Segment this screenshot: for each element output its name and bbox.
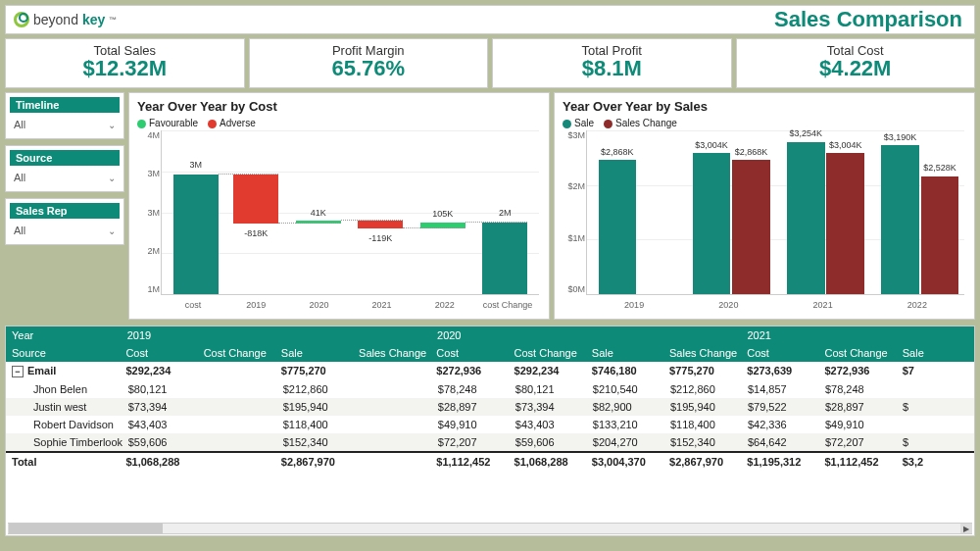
xtick: 2021 bbox=[776, 301, 870, 310]
bar-label: $3,254K bbox=[790, 128, 823, 138]
cell: $28,897 bbox=[432, 398, 510, 416]
table-row[interactable]: Justin west$73,394$195,940$28,897$73,394… bbox=[6, 398, 974, 416]
row-name: Jhon Belen bbox=[6, 380, 122, 398]
dropdown-value: All bbox=[14, 172, 25, 183]
cell: $2,867,970 bbox=[663, 453, 741, 471]
ytick: 4M bbox=[138, 130, 160, 140]
xtick: 2022 bbox=[870, 301, 964, 310]
y-axis-ticks: $3M $2M $1M $0M bbox=[564, 130, 585, 294]
cell: $152,340 bbox=[277, 433, 355, 451]
chevron-down-icon: ⌄ bbox=[108, 173, 116, 183]
cell: $64,642 bbox=[742, 433, 819, 451]
xtick: 2019 bbox=[587, 301, 681, 310]
col-header[interactable]: Sale bbox=[897, 344, 974, 362]
dropdown-value: All bbox=[14, 225, 25, 236]
matrix-header-cols: Source Cost Cost Change Sale Sales Chang… bbox=[6, 344, 974, 362]
header-2019[interactable]: 2019 bbox=[122, 326, 431, 344]
bar-label: $3,004K bbox=[695, 140, 728, 150]
cell: $59,606 bbox=[122, 433, 200, 451]
ytick: 3M bbox=[138, 208, 160, 218]
cell: $79,522 bbox=[742, 398, 819, 416]
horizontal-scrollbar[interactable]: ◀ ▶ bbox=[8, 523, 972, 534]
cell: $82,900 bbox=[587, 398, 664, 416]
cell: $118,400 bbox=[664, 416, 742, 433]
cell bbox=[198, 362, 275, 380]
scroll-right-icon[interactable]: ▶ bbox=[960, 524, 972, 533]
cell: $78,248 bbox=[432, 380, 510, 398]
matrix-table[interactable]: Year 2019 2020 2021 Source Cost Cost Cha… bbox=[5, 326, 975, 536]
cell bbox=[200, 433, 277, 451]
cell bbox=[198, 453, 275, 471]
xtick: 2022 bbox=[414, 301, 476, 310]
cell: $775,270 bbox=[663, 362, 741, 380]
cell: $ bbox=[897, 398, 974, 416]
kpi-value: $8.1M bbox=[493, 56, 731, 81]
cell: $42,336 bbox=[742, 416, 819, 433]
group-row-email[interactable]: −Email $292,234 $775,270 $272,936 $292,2… bbox=[6, 362, 974, 380]
cost-chart-card[interactable]: Year Over Year by Cost Favourable Advers… bbox=[128, 92, 550, 320]
table-row[interactable]: Robert Davidson$43,403$118,400$49,910$43… bbox=[6, 416, 974, 433]
cell: $212,860 bbox=[664, 380, 742, 398]
col-header[interactable]: Sale bbox=[586, 344, 663, 362]
col-header[interactable]: Cost bbox=[430, 344, 508, 362]
bar-label: 105K bbox=[432, 209, 453, 219]
col-header[interactable]: Cost Change bbox=[198, 344, 275, 362]
table-row[interactable]: Sophie Timberlook$59,606$152,340$72,207$… bbox=[6, 433, 974, 451]
bar-label: 2M bbox=[499, 208, 512, 218]
filter-salesrep: Sales Rep All ⌄ bbox=[5, 198, 124, 245]
cell: $1,112,452 bbox=[819, 453, 897, 471]
cell: $72,207 bbox=[432, 433, 510, 451]
cell: $80,121 bbox=[122, 380, 200, 398]
col-header[interactable]: Sales Change bbox=[353, 344, 430, 362]
chart-legend: Favourable Adverse bbox=[137, 118, 541, 128]
cell: $118,400 bbox=[277, 416, 355, 433]
kpi-value: $12.32M bbox=[6, 56, 244, 81]
cell: $59,606 bbox=[510, 433, 587, 451]
cell: $78,248 bbox=[819, 380, 897, 398]
cell: $195,940 bbox=[664, 398, 742, 416]
cell: $3,2 bbox=[897, 453, 974, 471]
col-header[interactable]: Cost Change bbox=[819, 344, 897, 362]
sales-chart-card[interactable]: Year Over Year by Sales Sale Sales Chang… bbox=[554, 92, 975, 320]
col-header[interactable]: Sale bbox=[275, 344, 353, 362]
cell: $210,540 bbox=[587, 380, 664, 398]
col-header[interactable]: Sales Change bbox=[663, 344, 741, 362]
header-2020[interactable]: 2020 bbox=[431, 326, 741, 344]
cell: $ bbox=[897, 433, 974, 451]
y-axis-ticks: 4M 3M 3M 2M 1M bbox=[138, 130, 160, 294]
cell: $73,394 bbox=[122, 398, 200, 416]
sales-grouped-plot: $3M $2M $1M $0M $2,868K $3,004K bbox=[586, 130, 964, 295]
collapse-icon[interactable]: − bbox=[12, 366, 24, 377]
logo-icon bbox=[14, 12, 29, 27]
bar-label: -119K bbox=[368, 233, 392, 243]
cell: $43,403 bbox=[510, 416, 587, 433]
filter-panel: Timeline All ⌄ Source All ⌄ Sales Rep Al… bbox=[5, 92, 124, 320]
cell bbox=[355, 416, 432, 433]
timeline-dropdown[interactable]: All ⌄ bbox=[6, 113, 123, 138]
chart-title: Year Over Year by Cost bbox=[137, 99, 541, 114]
kpi-total-sales: Total Sales $12.32M bbox=[5, 38, 245, 88]
cell: $43,403 bbox=[122, 416, 200, 433]
source-dropdown[interactable]: All ⌄ bbox=[6, 166, 123, 191]
cell: $49,910 bbox=[432, 416, 510, 433]
legend-sales-change: Sales Change bbox=[604, 118, 677, 128]
col-header[interactable]: Cost bbox=[120, 344, 197, 362]
header-2021[interactable]: 2021 bbox=[741, 326, 974, 344]
filter-label: Source bbox=[10, 150, 120, 166]
scroll-thumb[interactable] bbox=[9, 524, 163, 533]
filter-label: Sales Rep bbox=[10, 203, 120, 219]
xtick: cost bbox=[162, 301, 224, 310]
col-header[interactable]: Cost Change bbox=[509, 344, 586, 362]
cell: $152,340 bbox=[664, 433, 742, 451]
row-name: Justin west bbox=[6, 398, 122, 416]
row-name: Sophie Timberlook bbox=[6, 433, 122, 451]
salesrep-dropdown[interactable]: All ⌄ bbox=[6, 219, 123, 244]
col-header[interactable]: Cost bbox=[741, 344, 818, 362]
matrix-header-year: Year 2019 2020 2021 bbox=[6, 326, 974, 344]
bar-label: $2,868K bbox=[735, 147, 768, 157]
table-row[interactable]: Jhon Belen$80,121$212,860$78,248$80,121$… bbox=[6, 380, 974, 398]
cell: $195,940 bbox=[277, 398, 355, 416]
cell: $3,004,370 bbox=[586, 453, 663, 471]
cell bbox=[897, 416, 974, 433]
cell: $2,867,970 bbox=[275, 453, 353, 471]
